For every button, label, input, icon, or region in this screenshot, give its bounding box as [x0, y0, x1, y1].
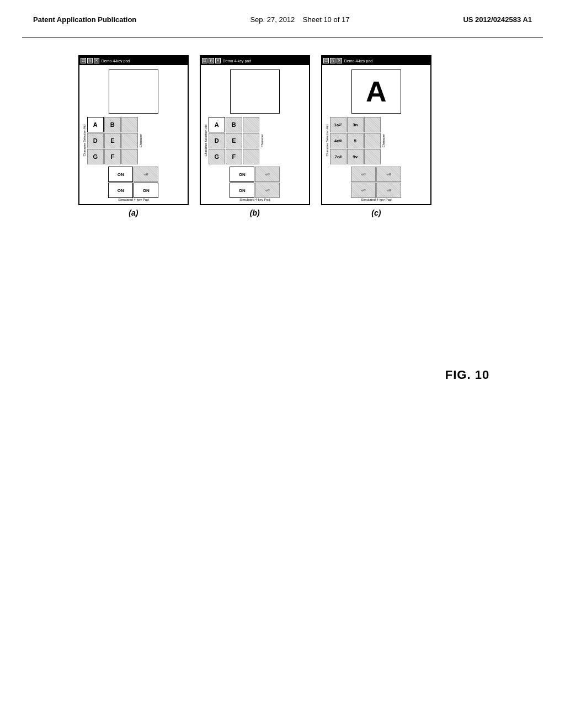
grid-cell-c-8: [364, 149, 381, 164]
figure-c-content: A Character Selection Aid 1a2" 3n 4c6i 5…: [322, 65, 430, 204]
key-c-3[interactable]: off: [376, 183, 401, 198]
figure-b-keypad-label: Simulated 4-key Pad: [203, 198, 307, 201]
figure-b-char-sel-label: Character Selection Aid: [204, 125, 207, 156]
grid-cell-a-3-char: D: [93, 137, 98, 144]
figure-a-keypad-label: Simulated 4-key Pad: [82, 198, 185, 201]
grid-cell-a-3[interactable]: D: [87, 133, 104, 148]
key-c-2[interactable]: off: [351, 183, 376, 198]
figure-c-titlebar: ⊡ B ✕ Demo 4-key pad: [322, 56, 430, 65]
titlebar-btn-b-b[interactable]: B: [209, 58, 214, 63]
grid-cell-b-5: [243, 133, 259, 148]
figure-b-keypad-grid: ON off ON off: [230, 167, 280, 198]
key-c-0[interactable]: off: [351, 167, 376, 182]
grid-cell-b-8: [243, 149, 259, 164]
figure-a-label: (a): [129, 208, 138, 217]
figure-b-title: Demo 4-key pad: [223, 59, 251, 63]
figure-c-label: (c): [371, 208, 381, 217]
key-b-1[interactable]: off: [255, 167, 280, 182]
grid-cell-c-1[interactable]: 3n: [347, 117, 364, 132]
figure-c-char: A: [366, 75, 387, 108]
grid-cell-b-0[interactable]: A: [209, 117, 225, 132]
figure-b-section-row: Character Selection Aid A B D E G F: [203, 116, 307, 165]
figure-a-panel: ⊡ B ✕ Demo 4-key pad Character Selection…: [76, 55, 191, 217]
grid-cell-b-7-char: F: [232, 153, 236, 160]
grid-cell-a-4-char: E: [110, 137, 114, 144]
figure-a-keypad-section: ON off ON ON Simulated 4-key Pad: [82, 167, 185, 201]
figure-a-title: Demo 4-key pad: [102, 59, 130, 63]
grid-cell-a-1-char: B: [110, 121, 115, 128]
grid-cell-b-1[interactable]: B: [226, 117, 242, 132]
grid-cell-c-0[interactable]: 1a2": [330, 117, 347, 132]
grid-cell-a-7[interactable]: F: [104, 149, 121, 164]
grid-cell-b-6-char: G: [215, 153, 220, 160]
grid-cell-a-0[interactable]: A: [87, 117, 104, 132]
grid-cell-c-4[interactable]: 5: [347, 133, 364, 148]
grid-cell-b-3-char: D: [215, 137, 219, 144]
page-header: Patent Application Publication Sep. 27, …: [0, 15, 565, 24]
main-content: ⊡ B ✕ Demo 4-key pad Character Selection…: [0, 44, 565, 706]
grid-cell-a-5: [121, 133, 138, 148]
figure-c-char-label: Character: [382, 134, 385, 147]
key-b-0[interactable]: ON: [230, 167, 254, 182]
figure-b-char-grid: A B D E G F: [209, 117, 259, 164]
figure-title-block: FIG. 10: [445, 368, 489, 382]
figure-c-title: Demo 4-key pad: [344, 59, 372, 63]
grid-cell-b-3[interactable]: D: [209, 133, 225, 148]
grid-cell-a-6-char: G: [93, 153, 98, 160]
key-a-1[interactable]: off: [134, 167, 158, 182]
titlebar-btn-b-c[interactable]: B: [330, 58, 335, 63]
grid-cell-b-4-char: E: [232, 137, 236, 144]
figure-c-panel: ⊡ B ✕ Demo 4-key pad A Character Selecti…: [318, 55, 434, 217]
figure-c-section-row: Character Selection Aid 1a2" 3n 4c6i 5 7…: [324, 116, 428, 165]
figure-b-char-label: Character: [260, 134, 264, 147]
titlebar-icon-a[interactable]: ⊡: [81, 58, 86, 63]
figure-c-keypad-label: Simulated 4-key Pad: [324, 198, 428, 201]
grid-cell-b-1-char: B: [232, 121, 236, 128]
grid-cell-c-3[interactable]: 4c6i: [330, 133, 347, 148]
grid-cell-a-6[interactable]: G: [87, 149, 104, 164]
figure-a-keypad-grid: ON off ON ON: [108, 167, 158, 198]
grid-cell-b-4[interactable]: E: [226, 133, 242, 148]
figure-c-grid-container: 1a2" 3n 4c6i 5 7o8 9v: [330, 117, 381, 164]
titlebar-btn-x-b[interactable]: ✕: [215, 58, 221, 63]
figure-a-char-sel-label: Character Selection Aid: [83, 125, 86, 156]
figure-a-content: Character Selection Aid A B D E G F: [79, 65, 188, 204]
figure-c-keypad-grid: off off off off: [351, 167, 401, 198]
figure-c-char-display: A: [351, 69, 401, 114]
key-b-3[interactable]: off: [255, 183, 280, 198]
grid-cell-c-7[interactable]: 9v: [347, 149, 364, 164]
key-a-2[interactable]: ON: [108, 183, 133, 198]
figure-b-grid-container: A B D E G F: [209, 117, 259, 164]
grid-cell-a-2: [121, 117, 138, 132]
titlebar-icon-c[interactable]: ⊡: [323, 58, 329, 63]
figure-c-char-grid: 1a2" 3n 4c6i 5 7o8 9v: [330, 117, 381, 164]
grid-cell-b-2: [243, 117, 259, 132]
figure-b-content: Character Selection Aid A B D E G F: [201, 65, 309, 204]
key-c-1[interactable]: off: [376, 167, 401, 182]
grid-cell-a-4[interactable]: E: [104, 133, 121, 148]
titlebar-btn-x-c[interactable]: ✕: [337, 58, 342, 63]
header-date-sheet: Sep. 27, 2012 Sheet 10 of 17: [250, 15, 349, 24]
figure-a-window: ⊡ B ✕ Demo 4-key pad Character Selection…: [78, 55, 189, 205]
key-a-0[interactable]: ON: [108, 167, 133, 182]
titlebar-btn-x-a[interactable]: ✕: [94, 58, 99, 63]
titlebar-icon-b[interactable]: ⊡: [202, 58, 207, 63]
key-b-2[interactable]: ON: [230, 183, 254, 198]
grid-cell-b-6[interactable]: G: [209, 149, 225, 164]
figure-b-keypad-section: ON off ON off Simulated 4-key Pad: [203, 167, 307, 201]
figure-a-char-label: Character: [139, 134, 142, 147]
key-a-3[interactable]: ON: [134, 183, 158, 198]
grid-cell-a-0-char: A: [93, 121, 98, 128]
figure-a-grid-container: A B D E G F: [87, 117, 138, 164]
grid-cell-a-7-char: F: [110, 153, 114, 160]
grid-cell-c-6[interactable]: 7o8: [330, 149, 347, 164]
figure-b-titlebar: ⊡ B ✕ Demo 4-key pad: [201, 56, 309, 65]
titlebar-btn-b-a[interactable]: B: [87, 58, 93, 63]
header-patent-number: US 2012/0242583 A1: [463, 15, 532, 24]
figure-c-window: ⊡ B ✕ Demo 4-key pad A Character Selecti…: [321, 55, 431, 205]
figure-a-char-grid: A B D E G F: [87, 117, 138, 164]
grid-cell-b-7[interactable]: F: [226, 149, 242, 164]
grid-cell-a-1[interactable]: B: [104, 117, 121, 132]
figure-a-char-display: [109, 69, 158, 114]
figure-a-titlebar: ⊡ B ✕ Demo 4-key pad: [79, 56, 188, 65]
